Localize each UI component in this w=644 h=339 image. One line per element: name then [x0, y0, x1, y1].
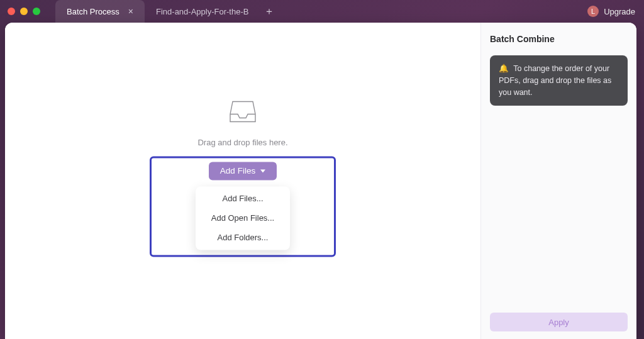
chevron-down-icon — [260, 169, 265, 172]
tab-label: Find-and-Apply-For-the-B — [156, 7, 248, 16]
dropdown-item-add-folders[interactable]: Add Folders... — [196, 228, 290, 247]
close-tab-icon[interactable]: × — [128, 7, 133, 16]
fullscreen-window-icon[interactable] — [33, 8, 40, 15]
new-tab-button[interactable]: ＋ — [260, 0, 279, 23]
inbox-tray-icon — [229, 99, 257, 124]
minimize-window-icon[interactable] — [20, 8, 28, 15]
add-files-button[interactable]: Add Files — [209, 162, 277, 180]
tab-label: Batch Process — [67, 7, 119, 16]
close-window-icon[interactable] — [8, 8, 15, 15]
app-window: Drag and drop files here. Add Files Add … — [5, 23, 636, 339]
sidebar: Batch Combine 🔔 To change the order of y… — [480, 23, 636, 339]
tip-text: To change the order of your PDFs, drag a… — [499, 64, 611, 97]
bell-icon: 🔔 — [499, 64, 509, 73]
avatar: L — [587, 6, 599, 17]
avatar-letter: L — [591, 8, 595, 15]
sidebar-title: Batch Combine — [490, 34, 628, 44]
tab-batch-process[interactable]: Batch Process × — [55, 0, 145, 23]
add-files-dropdown: Add Files... Add Open Files... Add Folde… — [196, 186, 290, 250]
apply-button[interactable]: Apply — [490, 313, 628, 331]
tab-find-apply[interactable]: Find-and-Apply-For-the-B — [145, 0, 260, 23]
add-files-highlight: Add Files Add Files... Add Open Files...… — [150, 156, 336, 257]
titlebar: Batch Process × Find-and-Apply-For-the-B… — [0, 0, 644, 23]
upgrade-button[interactable]: L Upgrade — [587, 0, 635, 23]
add-files-button-label: Add Files — [220, 166, 255, 175]
tip-box: 🔔 To change the order of your PDFs, drag… — [490, 55, 628, 106]
dropzone[interactable]: Drag and drop files here. Add Files Add … — [150, 99, 336, 257]
window-controls — [8, 8, 40, 15]
upgrade-label: Upgrade — [604, 7, 635, 16]
tab-bar: Batch Process × Find-and-Apply-For-the-B… — [55, 0, 636, 23]
main-pane: Drag and drop files here. Add Files Add … — [5, 23, 480, 339]
dropdown-item-add-open-files[interactable]: Add Open Files... — [196, 208, 290, 228]
dropdown-item-add-files[interactable]: Add Files... — [196, 189, 290, 208]
dropzone-text: Drag and drop files here. — [197, 138, 287, 147]
